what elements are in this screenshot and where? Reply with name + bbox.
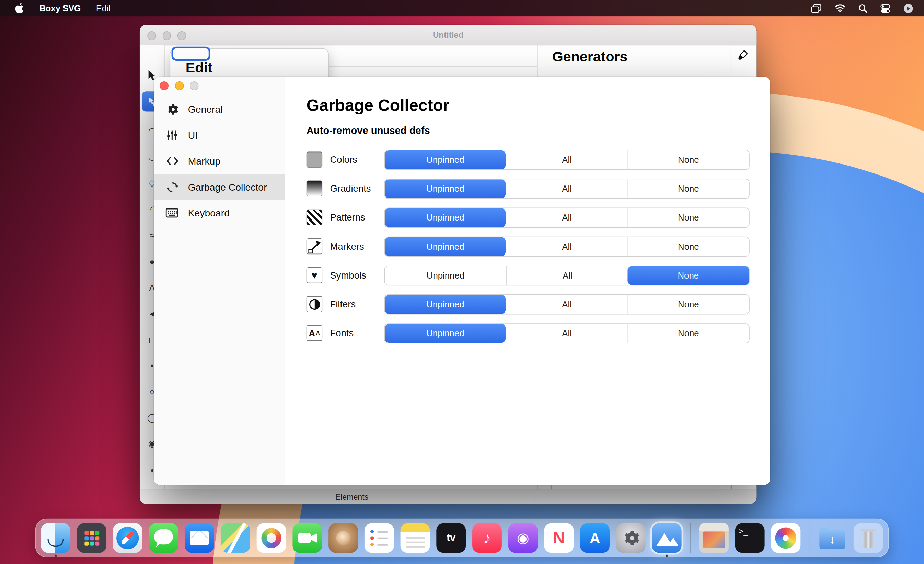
dock-downloads[interactable]: ↓ [818,523,847,553]
all-segment[interactable]: All [506,266,628,285]
dock-tv[interactable]: tv [436,523,466,553]
safari-icon [113,523,142,553]
dock-maps[interactable] [221,523,250,553]
all-segment[interactable]: All [506,179,627,198]
dock-app-store[interactable]: A [580,523,610,553]
dock-terminal[interactable]: >_ [735,523,764,553]
unpinned-segment[interactable]: Unpinned [385,208,506,227]
podcasts-icon: ◉ [508,523,538,553]
minimized-window-thumbnail [699,523,728,553]
dock-photos[interactable] [257,523,286,553]
none-segment[interactable]: None [627,208,749,227]
unpinned-segment[interactable]: Unpinned [385,237,506,256]
zoom-button[interactable] [177,31,186,40]
wifi-icon[interactable] [834,4,846,12]
dock-facetime[interactable] [292,523,322,553]
none-segment[interactable]: None [627,295,749,314]
dock-news[interactable]: N [544,523,574,553]
heart-icon: ♥ [306,267,322,283]
dock-minimized-window[interactable] [699,523,728,553]
minimize-button[interactable] [175,81,184,90]
photo-booth-icon [328,523,358,553]
boxy-svg-icon [652,523,682,553]
dock-trash[interactable] [854,523,883,553]
row-label: Patterns [330,212,384,223]
none-segment[interactable]: None [627,150,749,169]
segmented-control: Unpinned All None [384,149,749,169]
dock-reminders[interactable] [364,523,394,553]
all-segment[interactable]: All [506,323,627,343]
sidebar-item-ui[interactable]: UI [154,122,285,148]
row-fonts: AA Fonts Unpinned All None [306,319,750,347]
minimize-button[interactable] [162,31,171,40]
recycle-icon [165,180,178,194]
search-icon[interactable] [858,4,867,13]
unpinned-segment[interactable]: Unpinned [385,323,506,343]
segmented-control: Unpinned All None [384,265,749,285]
music-icon: ♪ [472,523,502,553]
dock-divider [690,523,691,553]
color-wheel-icon [771,523,800,553]
fonts-icon: AA [306,325,322,341]
dock-messages[interactable] [149,523,178,553]
dock-music[interactable]: ♪ [472,523,502,553]
defs-rows: Colors Unpinned All None Gradients Unpin… [306,145,750,347]
row-symbols: ♥ Symbols Unpinned All None [306,261,750,290]
sidebar-item-garbage-collector[interactable]: Garbage Collector [154,174,285,200]
unpinned-segment[interactable]: Unpinned [385,179,506,198]
notes-icon [400,523,430,553]
none-segment[interactable]: None [627,179,749,198]
close-button[interactable] [147,31,156,40]
dock-color-wheel[interactable] [771,523,800,553]
unpinned-segment[interactable]: Unpinned [385,295,506,314]
edit-tab-button[interactable] [172,47,210,61]
menu-app-name[interactable]: Boxy SVG [39,3,81,13]
row-label: Fonts [330,328,384,338]
unpinned-segment[interactable]: Unpinned [385,266,506,285]
close-button[interactable] [160,81,168,90]
dock-podcasts[interactable]: ◉ [508,523,538,553]
sidebar-item-general[interactable]: General [154,96,285,122]
marker-icon [306,238,322,254]
color-swatch-icon [306,152,322,167]
windows-stack-icon[interactable] [811,4,821,13]
dock-system-preferences[interactable] [616,523,646,553]
zoom-button[interactable] [190,81,199,90]
menu-edit[interactable]: Edit [96,3,111,13]
sidebar-item-markup[interactable]: Markup [154,148,285,174]
dock-finder[interactable] [41,523,70,553]
running-indicator [666,555,668,557]
sidebar-item-label: Garbage Collector [188,181,267,193]
none-segment[interactable]: None [627,237,749,256]
unpinned-segment[interactable]: Unpinned [385,150,506,169]
all-segment[interactable]: All [506,208,627,227]
all-segment[interactable]: All [506,237,627,256]
tab-divider [534,492,534,502]
apple-menu-icon[interactable] [15,3,24,14]
sidebar-item-keyboard[interactable]: Keyboard [154,200,285,226]
all-segment[interactable]: All [506,295,627,314]
none-segment[interactable]: None [627,323,749,343]
menu-extra-icon[interactable] [903,3,914,13]
tab-divider [168,492,169,502]
system-preferences-icon [616,523,646,553]
tab-elements[interactable]: Elements [316,493,387,501]
row-patterns: Patterns Unpinned All None [306,203,750,232]
paintbrush-icon[interactable] [737,50,748,63]
dock-mail[interactable] [184,523,214,553]
terminal-icon: >_ [735,523,764,553]
sidebar-item-label: UI [188,129,198,141]
dock-launchpad[interactable] [77,523,106,553]
desktop: Boxy SVG Edit [0,0,924,564]
dock-boxy-svg[interactable] [652,523,682,553]
none-segment[interactable]: None [627,266,749,285]
generators-panel-title: Generators [552,48,628,65]
dock-safari[interactable] [113,523,142,553]
finder-icon [41,523,70,553]
trash-icon [854,523,883,553]
control-center-icon[interactable] [880,4,890,13]
dock-notes[interactable] [400,523,430,553]
window-titlebar[interactable]: Untitled [140,25,757,45]
dock-photo-booth[interactable] [328,523,358,553]
all-segment[interactable]: All [506,150,627,169]
